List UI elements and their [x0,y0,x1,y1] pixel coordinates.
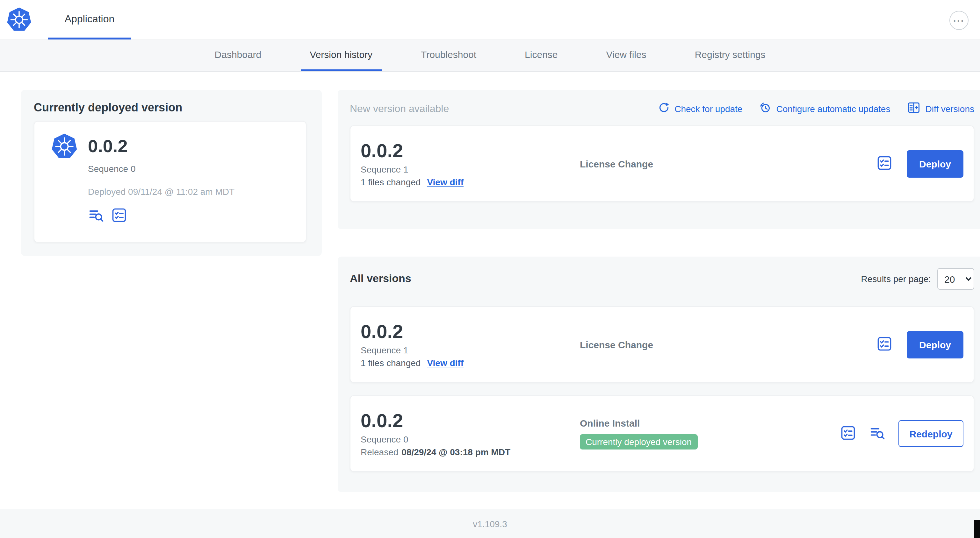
results-per-page-label: Results per page: [861,274,931,284]
app-logo-icon [51,133,78,160]
new-version-card: 0.0.2 Sequence 1 1 files changed View di… [350,125,974,202]
kubernetes-logo-icon [6,7,32,32]
version-sequence: Sequence 1 [361,345,580,355]
clock-update-icon [759,101,772,116]
version-source: Online Install Currently deployed versio… [580,418,840,449]
files-changed-label: 1 files changed [361,358,420,368]
tab-dashboard[interactable]: Dashboard [206,40,270,71]
version-number: 0.0.2 [361,410,580,431]
version-sequence: Sequence 1 [361,164,580,175]
version-source-label: Online Install [580,418,840,428]
checklist-icon [111,207,127,225]
tab-view-files[interactable]: View files [597,40,655,71]
view-diff-link[interactable]: View diff [427,358,463,368]
released-date: 08/29/24 @ 03:18 pm MDT [401,447,511,457]
ellipsis-icon: ··· [953,15,965,26]
nav-bar: Dashboard Version history Troubleshoot L… [0,40,980,72]
deployed-version-number: 0.0.2 [88,136,128,157]
tab-license[interactable]: License [516,40,566,71]
version-sequence: Sequence 0 [361,434,580,444]
results-per-page-select[interactable]: 20 [937,268,974,290]
currently-deployed-badge: Currently deployed version [580,434,697,449]
redeploy-button[interactable]: Redeploy [899,420,963,447]
diff-versions-link[interactable]: Diff versions [907,101,974,116]
deployed-version-card: 0.0.2 Sequence 0 Deployed 09/11/24 @ 11:… [34,121,307,243]
main-content: Currently deployed version [0,72,980,509]
view-logs-button[interactable] [88,207,105,225]
view-diff-link[interactable]: View diff [427,177,463,187]
released-label: Released [361,447,398,457]
app-window: Application ··· Dashboard Version histor… [0,0,980,538]
files-changed-label: 1 files changed [361,177,420,187]
version-source: License Change [580,339,876,350]
deployed-timestamp: Deployed 09/11/24 @ 11:02 am MDT [88,187,306,197]
checklist-icon [876,335,893,354]
top-bar: Application ··· [0,0,980,40]
version-number: 0.0.2 [361,140,580,161]
diff-table-icon [907,101,921,116]
view-logs-button[interactable] [869,424,886,443]
black-corner [974,520,980,538]
deploy-button[interactable]: Deploy [907,150,963,177]
logs-icon [88,207,105,225]
currently-deployed-title: Currently deployed version [21,90,322,114]
refresh-icon [657,101,670,116]
checklist-icon [840,424,856,443]
logs-icon [869,424,886,443]
app-tab-application[interactable]: Application [48,0,131,40]
currently-deployed-panel: Currently deployed version [21,90,322,256]
version-row: 0.0.2 Sequence 0 Released08/29/24 @ 03:1… [350,395,974,472]
all-versions-panel: All versions Results per page: 20 0.0.2 … [338,257,980,492]
footer: v1.109.3 [0,509,980,538]
configure-automatic-updates-link[interactable]: Configure automatic updates [759,101,890,116]
deploy-button[interactable]: Deploy [907,331,963,358]
all-versions-title: All versions [350,273,861,285]
version-row: 0.0.2 Sequence 1 1 files changed View di… [350,306,974,382]
release-notes-button[interactable] [840,424,856,443]
check-for-update-link[interactable]: Check for update [657,101,742,116]
more-menu-button[interactable]: ··· [950,11,969,30]
tab-registry-settings[interactable]: Registry settings [686,40,775,71]
new-version-title: New version available [350,103,657,114]
deployed-sequence: Sequence 0 [88,163,306,174]
version-source: License Change [580,158,876,169]
release-notes-button[interactable] [876,154,893,173]
tab-version-history[interactable]: Version history [301,40,381,71]
release-notes-button[interactable] [876,335,893,354]
console-version: v1.109.3 [473,519,507,529]
release-notes-button[interactable] [111,207,127,225]
new-version-panel: New version available Check for update [338,90,980,229]
checklist-icon [876,154,893,173]
version-number: 0.0.2 [361,321,580,342]
tab-troubleshoot[interactable]: Troubleshoot [412,40,485,71]
